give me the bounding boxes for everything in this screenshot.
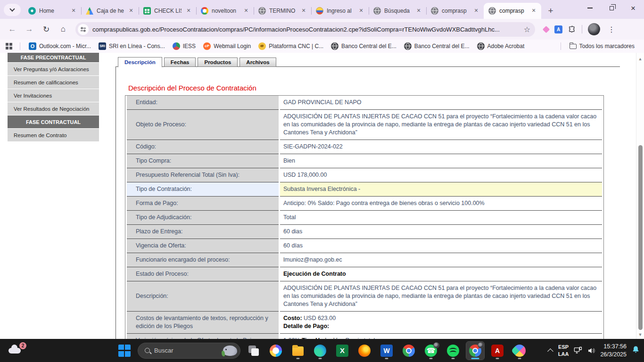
minimize-button[interactable] [579,0,601,16]
language-switcher[interactable]: ESP LAA [558,344,569,358]
excel-button[interactable]: X [333,342,351,360]
word-button[interactable]: W [378,342,396,360]
scrollbar-thumb[interactable] [638,145,643,330]
table-row[interactable]: Forma de Pago:Anticipo: 0% Saldo: Pago c… [127,197,602,211]
menu-icon[interactable]: ⋮ [606,25,617,34]
bookmark-item[interactable]: Adobe Acrobat [473,41,528,51]
tab-close-icon[interactable]: × [472,7,480,15]
network-icon[interactable] [573,346,582,355]
acrobat-button[interactable]: A [488,342,506,360]
row-value: 60 días [280,239,602,253]
browser-tab[interactable]: noveltoon × [196,3,254,19]
task-view-button[interactable] [245,342,263,360]
bookmark-item[interactable]: O Outlook.com - Micr... [25,41,95,51]
browser-tab[interactable]: Ingreso al × [311,3,369,19]
tab-close-icon[interactable]: × [127,7,135,15]
content-tab-fechas[interactable]: Fechas [164,58,196,67]
table-row[interactable]: Plazo de Entrega:60 dias [127,225,602,239]
tab-close-icon[interactable]: × [185,7,192,15]
start-button[interactable] [116,342,133,360]
widgets-button[interactable]: 2 [7,342,27,359]
forward-button[interactable]: → [22,22,37,37]
tab-search-button[interactable] [4,4,21,16]
scroll-up-arrow[interactable]: ▲ [636,57,644,61]
spotify-button[interactable] [444,342,462,360]
promo-icon[interactable] [543,25,550,33]
new-tab-button[interactable]: + [544,4,557,17]
table-row[interactable]: Tipo Compra:Bien [127,154,602,168]
bookmark-item[interactable]: IESS [169,41,199,51]
whatsapp-button[interactable]: ☎ [422,342,440,360]
all-bookmarks-button[interactable]: Todos los marcadores [566,41,638,51]
reload-button[interactable]: ↻ [39,22,54,37]
table-row[interactable]: Funcionario encargado del proceso:lmunio… [127,253,602,267]
table-row[interactable]: Tipo de Adjudicación:Total [127,211,602,225]
extensions-icon[interactable] [568,25,576,33]
table-row[interactable]: Descripción:ADQUISICIÓN DE PLANTAS INJER… [127,281,602,312]
copilot-button[interactable] [267,342,285,360]
bookmark-item[interactable]: cP Webmail Login [199,41,255,51]
browser-tab[interactable]: TERMINO × [254,3,311,19]
tab-close-icon[interactable]: × [70,7,77,15]
table-row[interactable]: Variación mínima de la Oferta durante la… [127,334,602,339]
content-tab-archivos[interactable]: Archivos [239,58,276,67]
chrome-active-button[interactable] [466,342,484,360]
table-row[interactable]: Entidad:GAD PROVINCIAL DE NAPO [127,96,602,110]
bookmark-item[interactable]: Banco Central del E... [400,41,473,51]
tab-close-icon[interactable]: × [415,7,422,15]
back-button[interactable]: ← [5,22,20,37]
sidebar-item[interactable]: Ver Preguntas y/ó Aclaraciones [8,63,99,75]
tab-close-icon[interactable]: × [357,7,365,15]
profile-avatar[interactable] [588,23,600,35]
sidebar-item[interactable]: Ver Invitaciones [8,89,99,102]
browser-tab[interactable]: CHECK LIS × [139,3,196,19]
firefox-button[interactable] [355,342,373,360]
browser-tab[interactable]: Home × [24,3,81,19]
sidebar-item[interactable]: Resumen de calificaciones [8,76,99,89]
sidebar-item[interactable]: Ver Resultados de Negociación [8,102,99,115]
browser-tab[interactable]: comprasp × [426,3,484,19]
content-tab-productos[interactable]: Productos [198,58,238,67]
table-row[interactable]: Presupuesto Referencial Total (Sin Iva):… [127,168,602,182]
page-scrollbar[interactable]: ▲ ▼ [636,53,644,339]
edge-button[interactable] [311,342,329,360]
sidebar-section-header: FASE PRECONTRACTUAL [8,53,99,62]
address-bar[interactable]: compraspublicas.gob.ec/ProcesoContrataci… [75,22,535,37]
notification-bell-icon[interactable] [631,345,640,356]
home-button[interactable]: ⌂ [56,22,71,37]
file-explorer-button[interactable] [289,342,307,360]
tab-close-icon[interactable]: × [300,7,307,15]
tab-close-icon[interactable]: × [530,7,537,15]
close-button[interactable]: × [622,0,644,16]
taskbar-search[interactable]: Buscar [138,343,240,359]
scroll-down-arrow[interactable]: ▼ [636,332,644,337]
table-row[interactable]: Objeto de Proceso:ADQUISICIÓN DE PLANTAS… [127,110,602,140]
sidebar-item[interactable]: Resumen de Contrato [8,129,99,141]
table-row[interactable]: Costos de levantamiento de textos, repro… [127,312,602,334]
volume-icon[interactable] [587,346,595,355]
table-row[interactable]: Vigencia de Oferta:60 días [127,239,602,253]
table-row[interactable]: Estado del Proceso:Ejecución de Contrato [127,267,602,281]
bookmark-item[interactable]: Plataforma CNC | C... [255,41,327,51]
browser-tab[interactable]: comprasp × [484,3,541,19]
chrome-button[interactable] [400,342,418,360]
url-text[interactable]: compraspublicas.gob.ec/ProcesoContrataci… [92,26,520,33]
running-indicator [429,358,433,359]
bookmark-item[interactable]: Banco Central del E... [327,41,400,51]
browser-tab[interactable]: Caja de he × [81,3,139,19]
table-row[interactable]: Tipo de Contratación:Subasta Inversa Ele… [127,182,602,197]
content-tab-descripción[interactable]: Descripción [118,57,162,67]
paint-button[interactable] [511,342,528,360]
clock[interactable]: 15:37:56 26/3/2025 [600,343,627,359]
tray-chevron-icon[interactable] [547,348,553,354]
site-settings-icon[interactable] [78,24,89,35]
translate-icon[interactable]: A [554,25,562,33]
table-row[interactable]: Código:SIE-GADPN-2024-022 [127,140,602,154]
apps-grid-icon[interactable] [6,43,12,49]
restore-button[interactable] [601,0,622,16]
word-icon: W [380,345,393,357]
tab-close-icon[interactable]: × [242,7,250,15]
bookmark-star-icon[interactable]: ☆ [524,25,530,34]
browser-tab[interactable]: Búsqueda × [369,3,426,19]
bookmark-item[interactable]: SRI SRI en Línea - Cons... [95,41,169,51]
